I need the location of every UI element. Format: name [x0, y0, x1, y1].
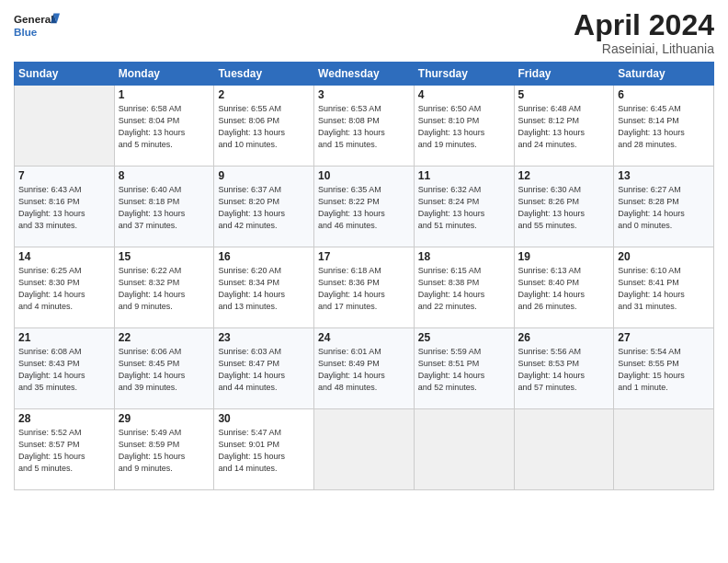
- day-number: 11: [418, 169, 510, 182]
- day-info: Sunrise: 6:27 AM Sunset: 8:28 PM Dayligh…: [618, 184, 710, 232]
- calendar-week-row: 7Sunrise: 6:43 AM Sunset: 8:16 PM Daylig…: [15, 167, 714, 247]
- day-number: 21: [18, 331, 110, 344]
- day-info: Sunrise: 6:13 AM Sunset: 8:40 PM Dayligh…: [518, 265, 610, 313]
- day-number: 13: [618, 169, 710, 182]
- calendar-cell: 8Sunrise: 6:40 AM Sunset: 8:18 PM Daylig…: [114, 167, 214, 247]
- day-number: 15: [119, 250, 210, 263]
- calendar-week-row: 28Sunrise: 5:52 AM Sunset: 8:57 PM Dayli…: [15, 409, 714, 490]
- day-info: Sunrise: 5:59 AM Sunset: 8:51 PM Dayligh…: [418, 346, 510, 394]
- calendar-cell: 18Sunrise: 6:15 AM Sunset: 8:38 PM Dayli…: [414, 247, 514, 328]
- day-number: 8: [119, 169, 210, 182]
- calendar-body: 1Sunrise: 6:58 AM Sunset: 8:04 PM Daylig…: [15, 86, 714, 490]
- day-number: 30: [218, 412, 310, 425]
- day-info: Sunrise: 6:53 AM Sunset: 8:08 PM Dayligh…: [318, 103, 410, 151]
- day-number: 3: [318, 88, 410, 101]
- day-info: Sunrise: 6:35 AM Sunset: 8:22 PM Dayligh…: [318, 184, 410, 232]
- day-number: 18: [418, 250, 510, 263]
- calendar-cell: 25Sunrise: 5:59 AM Sunset: 8:51 PM Dayli…: [414, 328, 514, 409]
- calendar-cell: [514, 409, 614, 490]
- day-number: 12: [518, 169, 610, 182]
- calendar-cell: 5Sunrise: 6:48 AM Sunset: 8:12 PM Daylig…: [514, 86, 614, 167]
- day-info: Sunrise: 6:20 AM Sunset: 8:34 PM Dayligh…: [218, 265, 310, 313]
- weekday-header: Wednesday: [314, 63, 415, 86]
- calendar-table: SundayMondayTuesdayWednesdayThursdayFrid…: [14, 62, 714, 490]
- calendar-cell: 20Sunrise: 6:10 AM Sunset: 8:41 PM Dayli…: [614, 247, 714, 328]
- day-info: Sunrise: 6:48 AM Sunset: 8:12 PM Dayligh…: [518, 103, 610, 151]
- calendar-cell: 28Sunrise: 5:52 AM Sunset: 8:57 PM Dayli…: [15, 409, 115, 490]
- svg-text:General: General: [14, 13, 53, 25]
- day-info: Sunrise: 6:58 AM Sunset: 8:04 PM Dayligh…: [119, 103, 210, 151]
- day-info: Sunrise: 5:49 AM Sunset: 8:59 PM Dayligh…: [119, 427, 210, 475]
- day-info: Sunrise: 6:37 AM Sunset: 8:20 PM Dayligh…: [218, 184, 310, 232]
- calendar-subtitle: Raseiniai, Lithuania: [574, 41, 714, 56]
- title-block: April 2024 Raseiniai, Lithuania: [574, 9, 714, 56]
- day-info: Sunrise: 6:10 AM Sunset: 8:41 PM Dayligh…: [618, 265, 710, 313]
- calendar-cell: [15, 86, 115, 167]
- calendar-cell: 3Sunrise: 6:53 AM Sunset: 8:08 PM Daylig…: [314, 86, 415, 167]
- calendar-title: April 2024: [574, 9, 714, 41]
- day-number: 1: [119, 88, 210, 101]
- calendar-cell: 29Sunrise: 5:49 AM Sunset: 8:59 PM Dayli…: [114, 409, 214, 490]
- weekday-header: Saturday: [614, 63, 714, 86]
- calendar-cell: 16Sunrise: 6:20 AM Sunset: 8:34 PM Dayli…: [214, 247, 314, 328]
- calendar-week-row: 21Sunrise: 6:08 AM Sunset: 8:43 PM Dayli…: [15, 328, 714, 409]
- day-info: Sunrise: 6:15 AM Sunset: 8:38 PM Dayligh…: [418, 265, 510, 313]
- weekday-header: Monday: [114, 63, 214, 86]
- day-info: Sunrise: 6:40 AM Sunset: 8:18 PM Dayligh…: [119, 184, 210, 232]
- day-info: Sunrise: 6:50 AM Sunset: 8:10 PM Dayligh…: [418, 103, 510, 151]
- calendar-cell: 21Sunrise: 6:08 AM Sunset: 8:43 PM Dayli…: [15, 328, 115, 409]
- day-info: Sunrise: 5:52 AM Sunset: 8:57 PM Dayligh…: [18, 427, 110, 475]
- day-number: 26: [518, 331, 610, 344]
- calendar-cell: 22Sunrise: 6:06 AM Sunset: 8:45 PM Dayli…: [114, 328, 214, 409]
- calendar-cell: 10Sunrise: 6:35 AM Sunset: 8:22 PM Dayli…: [314, 167, 415, 247]
- calendar-cell: 26Sunrise: 5:56 AM Sunset: 8:53 PM Dayli…: [514, 328, 614, 409]
- calendar-cell: 9Sunrise: 6:37 AM Sunset: 8:20 PM Daylig…: [214, 167, 314, 247]
- calendar-cell: 12Sunrise: 6:30 AM Sunset: 8:26 PM Dayli…: [514, 167, 614, 247]
- day-number: 10: [318, 169, 410, 182]
- weekday-header: Thursday: [414, 63, 514, 86]
- weekday-header: Sunday: [15, 63, 115, 86]
- day-number: 14: [18, 250, 110, 263]
- day-info: Sunrise: 6:18 AM Sunset: 8:36 PM Dayligh…: [318, 265, 410, 313]
- svg-text:Blue: Blue: [14, 26, 38, 38]
- calendar-cell: 27Sunrise: 5:54 AM Sunset: 8:55 PM Dayli…: [614, 328, 714, 409]
- day-number: 17: [318, 250, 410, 263]
- weekday-header: Friday: [514, 63, 614, 86]
- calendar-header: SundayMondayTuesdayWednesdayThursdayFrid…: [15, 63, 714, 86]
- calendar-cell: 30Sunrise: 5:47 AM Sunset: 9:01 PM Dayli…: [214, 409, 314, 490]
- day-number: 4: [418, 88, 510, 101]
- calendar-cell: [614, 409, 714, 490]
- day-info: Sunrise: 6:03 AM Sunset: 8:47 PM Dayligh…: [218, 346, 310, 394]
- logo: General Blue: [14, 9, 60, 44]
- day-info: Sunrise: 5:56 AM Sunset: 8:53 PM Dayligh…: [518, 346, 610, 394]
- calendar-cell: 6Sunrise: 6:45 AM Sunset: 8:14 PM Daylig…: [614, 86, 714, 167]
- weekday-header: Tuesday: [214, 63, 314, 86]
- calendar-cell: 23Sunrise: 6:03 AM Sunset: 8:47 PM Dayli…: [214, 328, 314, 409]
- day-number: 27: [618, 331, 710, 344]
- day-info: Sunrise: 6:08 AM Sunset: 8:43 PM Dayligh…: [18, 346, 110, 394]
- calendar-page: General Blue April 2024 Raseiniai, Lithu…: [0, 0, 728, 500]
- day-number: 2: [218, 88, 310, 101]
- day-info: Sunrise: 5:47 AM Sunset: 9:01 PM Dayligh…: [218, 427, 310, 475]
- calendar-cell: 13Sunrise: 6:27 AM Sunset: 8:28 PM Dayli…: [614, 167, 714, 247]
- day-info: Sunrise: 6:55 AM Sunset: 8:06 PM Dayligh…: [218, 103, 310, 151]
- calendar-cell: 24Sunrise: 6:01 AM Sunset: 8:49 PM Dayli…: [314, 328, 415, 409]
- weekday-row: SundayMondayTuesdayWednesdayThursdayFrid…: [15, 63, 714, 86]
- day-info: Sunrise: 6:22 AM Sunset: 8:32 PM Dayligh…: [119, 265, 210, 313]
- day-number: 24: [318, 331, 410, 344]
- calendar-cell: 19Sunrise: 6:13 AM Sunset: 8:40 PM Dayli…: [514, 247, 614, 328]
- calendar-cell: 4Sunrise: 6:50 AM Sunset: 8:10 PM Daylig…: [414, 86, 514, 167]
- day-number: 29: [119, 412, 210, 425]
- calendar-cell: 1Sunrise: 6:58 AM Sunset: 8:04 PM Daylig…: [114, 86, 214, 167]
- day-info: Sunrise: 6:45 AM Sunset: 8:14 PM Dayligh…: [618, 103, 710, 151]
- header: General Blue April 2024 Raseiniai, Lithu…: [14, 9, 714, 56]
- day-number: 23: [218, 331, 310, 344]
- calendar-cell: 7Sunrise: 6:43 AM Sunset: 8:16 PM Daylig…: [15, 167, 115, 247]
- calendar-cell: 11Sunrise: 6:32 AM Sunset: 8:24 PM Dayli…: [414, 167, 514, 247]
- day-number: 9: [218, 169, 310, 182]
- calendar-cell: [314, 409, 415, 490]
- day-number: 6: [618, 88, 710, 101]
- day-info: Sunrise: 6:30 AM Sunset: 8:26 PM Dayligh…: [518, 184, 610, 232]
- day-number: 5: [518, 88, 610, 101]
- calendar-cell: 17Sunrise: 6:18 AM Sunset: 8:36 PM Dayli…: [314, 247, 415, 328]
